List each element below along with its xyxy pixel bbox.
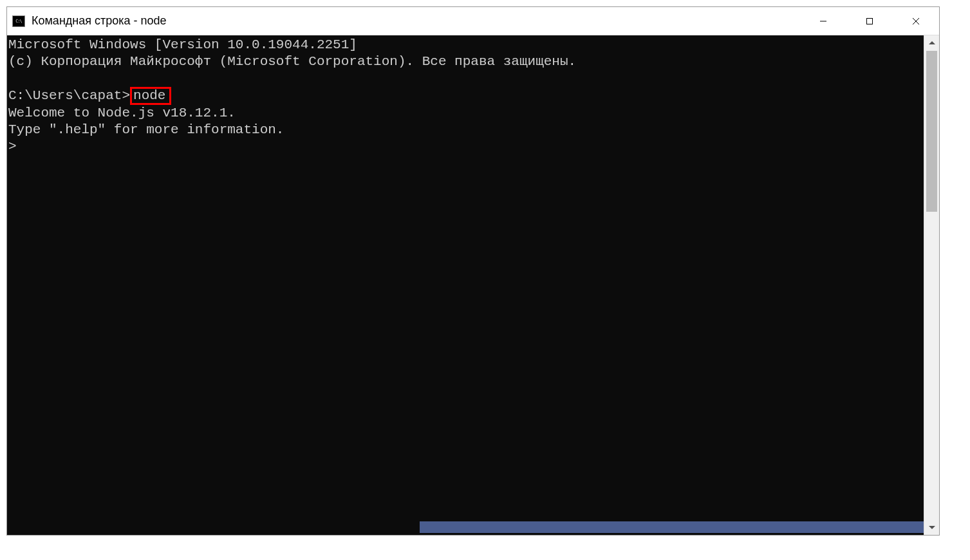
scroll-up-arrow[interactable] [924,35,939,51]
titlebar: Командная строка - node [7,7,939,35]
cmd-icon [12,15,25,27]
svg-rect-1 [867,18,873,24]
highlighted-command: node [130,87,171,105]
maximize-button[interactable] [846,7,893,35]
scroll-thumb[interactable] [926,51,937,212]
terminal-line: Type ".help" for more information. [8,122,284,137]
terminal-line: (c) Корпорация Майкрософт (Microsoft Cor… [8,54,576,69]
terminal-line: Welcome to Node.js v18.12.1. [8,106,236,120]
chevron-up-icon [929,41,935,45]
minimize-button[interactable] [800,7,846,35]
prompt-path: C:\Users\capat> [8,88,130,103]
repl-prompt: > [8,139,24,154]
h-scroll-thumb[interactable] [420,521,924,533]
close-icon [911,17,920,26]
h-scroll-track[interactable] [7,519,924,535]
command-prompt-window: Командная строка - node Microsoft Window [6,6,940,536]
terminal-output[interactable]: Microsoft Windows [Version 10.0.19044.22… [7,35,924,535]
content-wrapper: Microsoft Windows [Version 10.0.19044.22… [7,35,939,535]
terminal-line: Microsoft Windows [Version 10.0.19044.22… [8,37,357,52]
horizontal-scrollbar[interactable] [7,519,924,535]
vertical-scrollbar[interactable] [924,35,939,535]
maximize-icon [865,17,874,26]
scroll-track[interactable] [924,51,939,519]
chevron-down-icon [929,525,935,529]
minimize-icon [819,17,828,26]
terminal-prompt-line: C:\Users\capat>node [8,88,171,103]
scroll-down-arrow[interactable] [924,519,939,535]
window-title: Командная строка - node [32,14,800,28]
window-controls [800,7,939,35]
close-button[interactable] [893,7,939,35]
